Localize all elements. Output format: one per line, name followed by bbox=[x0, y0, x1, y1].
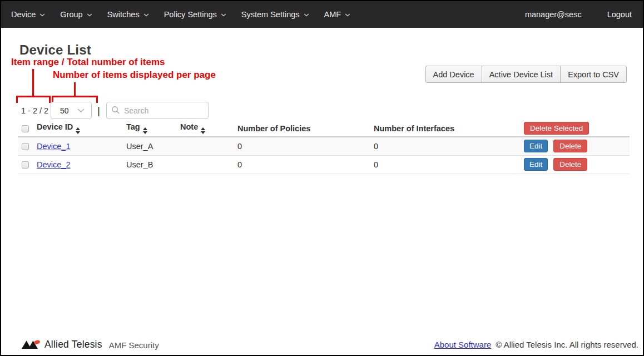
table-header-row: Device ID Tag Note Number of Policies Nu… bbox=[18, 120, 630, 137]
allied-telesis-logo-icon bbox=[21, 339, 41, 350]
chevron-down-icon bbox=[143, 13, 149, 17]
nav-item-switches[interactable]: Switches bbox=[107, 10, 149, 19]
per-page-select[interactable]: 50 bbox=[51, 102, 92, 119]
chevron-down-icon bbox=[304, 13, 309, 17]
chevron-down-icon bbox=[77, 108, 85, 113]
nav-item-group[interactable]: Group bbox=[60, 10, 92, 19]
navbar: Device Group Switches Policy Settings Sy… bbox=[1, 1, 643, 28]
annotation-item-range: Item range / Total number of items bbox=[11, 57, 165, 68]
chevron-down-icon bbox=[221, 13, 226, 17]
nav-item-label: Device bbox=[11, 10, 36, 19]
interfaces-cell: 0 bbox=[374, 155, 524, 174]
item-range-text: 1 - 2 / 2 bbox=[21, 106, 51, 115]
nav-item-device[interactable]: Device bbox=[11, 10, 45, 19]
footer-brand: Allied Telesis AMF Security bbox=[21, 339, 159, 350]
edit-button[interactable]: Edit bbox=[524, 158, 548, 171]
sort-icon bbox=[143, 127, 147, 134]
table-row: Device_2 User_B 0 0 Edit Delete bbox=[18, 155, 630, 174]
table-row: Device_1 User_A 0 0 Edit Delete bbox=[18, 137, 630, 155]
sort-icon bbox=[201, 127, 205, 134]
per-page-value: 50 bbox=[60, 106, 69, 115]
note-cell bbox=[180, 155, 237, 174]
nav-item-label: AMF bbox=[324, 10, 341, 19]
nav-item-label: System Settings bbox=[241, 10, 300, 19]
nav-item-label: Switches bbox=[107, 10, 140, 19]
delete-button[interactable]: Delete bbox=[553, 140, 587, 152]
copyright-text: © Allied Telesis Inc. All rights reserve… bbox=[496, 340, 638, 349]
search-icon bbox=[111, 106, 120, 115]
col-header-actions: Delete Selected bbox=[524, 120, 630, 137]
note-cell bbox=[180, 137, 237, 155]
col-header-interfaces: Number of Interfaces bbox=[374, 120, 524, 137]
toolbar-button-group: Add Device Active Device List Export to … bbox=[425, 66, 627, 83]
col-header-device-id[interactable]: Device ID bbox=[37, 120, 126, 137]
footer: Allied Telesis AMF Security About Softwa… bbox=[1, 335, 643, 354]
nav-item-label: Policy Settings bbox=[164, 10, 217, 19]
chevron-down-icon bbox=[87, 13, 92, 17]
controls-separator: | bbox=[97, 105, 100, 117]
annotation-stem-line bbox=[32, 69, 34, 96]
logout-button[interactable]: Logout bbox=[607, 10, 632, 19]
nav-item-amf[interactable]: AMF bbox=[324, 10, 351, 19]
add-device-button[interactable]: Add Device bbox=[425, 66, 482, 83]
col-header-note[interactable]: Note bbox=[180, 120, 237, 137]
row-checkbox[interactable] bbox=[22, 143, 29, 150]
navbar-right: manager@sesc Logout bbox=[525, 10, 632, 19]
logged-in-user: manager@sesc bbox=[525, 10, 582, 19]
policies-cell: 0 bbox=[237, 155, 374, 174]
chevron-down-icon bbox=[345, 13, 350, 17]
annotation-per-page: Number of items displayed per page bbox=[53, 70, 216, 81]
active-device-list-button[interactable]: Active Device List bbox=[482, 66, 561, 83]
navbar-menu: Device Group Switches Policy Settings Sy… bbox=[11, 10, 350, 19]
tag-cell: User_B bbox=[126, 155, 180, 174]
policies-cell: 0 bbox=[237, 137, 374, 155]
nav-item-system-settings[interactable]: System Settings bbox=[241, 10, 309, 19]
row-checkbox[interactable] bbox=[22, 161, 29, 169]
select-all-checkbox[interactable] bbox=[22, 125, 29, 132]
list-controls: 1 - 2 / 2 50 | bbox=[21, 102, 209, 119]
delete-button[interactable]: Delete bbox=[553, 158, 587, 171]
device-link[interactable]: Device_2 bbox=[37, 160, 70, 169]
search-input[interactable] bbox=[106, 102, 209, 119]
device-link[interactable]: Device_1 bbox=[37, 142, 70, 151]
nav-item-policy-settings[interactable]: Policy Settings bbox=[164, 10, 226, 19]
device-table: Device ID Tag Note Number of Policies Nu… bbox=[18, 120, 630, 174]
brand-name: Allied Telesis bbox=[44, 339, 102, 350]
tag-cell: User_A bbox=[126, 137, 180, 155]
page: Device Group Switches Policy Settings Sy… bbox=[0, 0, 644, 356]
nav-item-label: Group bbox=[60, 10, 82, 19]
col-header-tag[interactable]: Tag bbox=[126, 120, 180, 137]
page-title: Device List bbox=[19, 42, 91, 58]
delete-selected-button[interactable]: Delete Selected bbox=[524, 122, 589, 135]
chevron-down-icon bbox=[39, 13, 45, 17]
interfaces-cell: 0 bbox=[374, 137, 524, 155]
export-to-csv-button[interactable]: Export to CSV bbox=[560, 66, 627, 83]
product-name: AMF Security bbox=[109, 339, 159, 350]
annotation-stem-line bbox=[74, 82, 76, 96]
col-header-policies: Number of Policies bbox=[237, 120, 374, 137]
sort-icon bbox=[76, 127, 80, 134]
footer-links: About Software © Allied Telesis Inc. All… bbox=[434, 340, 638, 349]
edit-button[interactable]: Edit bbox=[524, 140, 548, 152]
search-box bbox=[106, 102, 209, 119]
about-software-link[interactable]: About Software bbox=[434, 340, 492, 349]
